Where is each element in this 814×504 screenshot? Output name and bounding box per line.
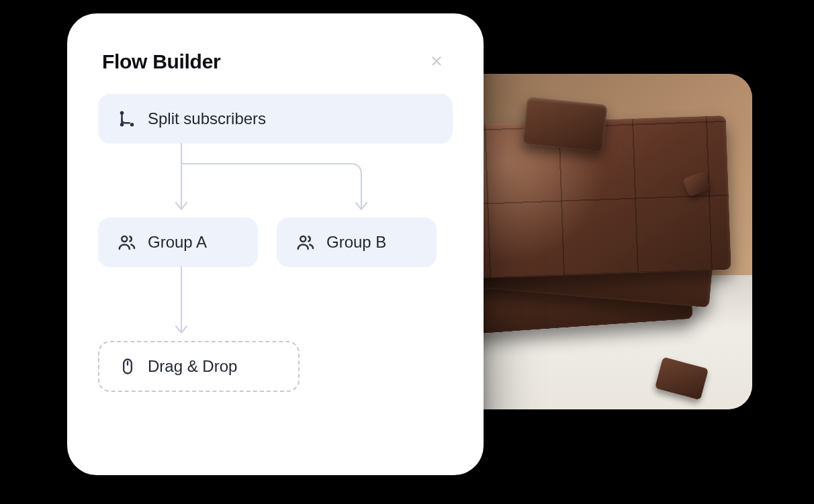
users-icon [117, 232, 137, 252]
svg-point-4 [300, 236, 306, 242]
branch-icon [117, 109, 137, 129]
panel-header: Flow Builder [98, 50, 453, 74]
connector-root-to-groups [98, 144, 453, 217]
node-label: Group A [148, 233, 207, 252]
node-label: Split subscribers [148, 109, 266, 128]
svg-point-3 [122, 236, 127, 242]
node-group-a[interactable]: Group A [98, 217, 258, 267]
node-drop-target[interactable]: Drag & Drop [98, 341, 300, 392]
node-label: Drag & Drop [148, 357, 237, 376]
mouse-icon [118, 357, 137, 376]
connector-group-a-to-drop [98, 267, 453, 341]
node-split-subscribers[interactable]: Split subscribers [98, 94, 453, 144]
stage: Flow Builder Split subscribers [54, 13, 759, 483]
close-icon [429, 54, 444, 70]
flow-builder-panel: Flow Builder Split subscribers [67, 13, 484, 475]
close-button[interactable] [424, 50, 449, 74]
svg-point-2 [130, 123, 134, 127]
node-group-b[interactable]: Group B [277, 217, 437, 267]
panel-title: Flow Builder [102, 50, 220, 73]
users-icon [296, 232, 316, 252]
node-label: Group B [326, 233, 386, 252]
